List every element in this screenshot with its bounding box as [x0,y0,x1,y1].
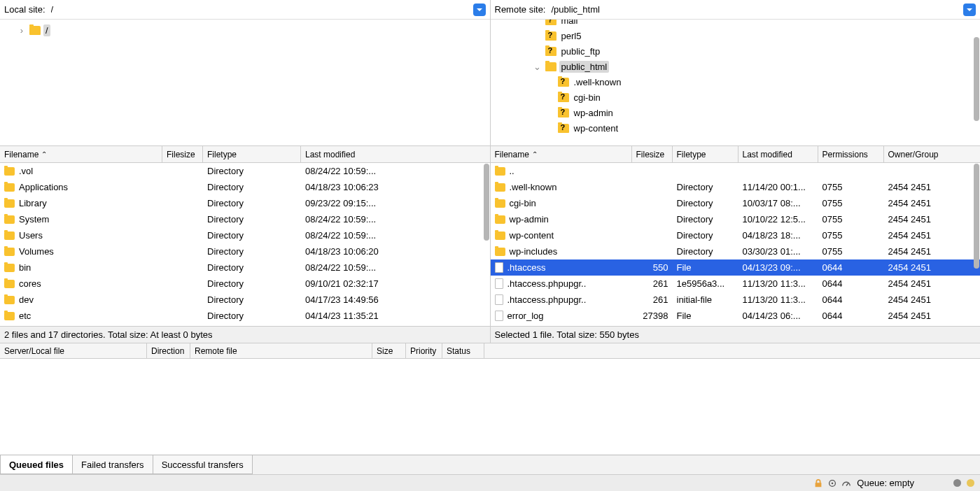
file-row[interactable]: ApplicationsDirectory04/18/23 10:06:23 [0,179,490,195]
file-modified: 04/18/23 10:06:23 [301,182,483,192]
file-row[interactable]: SystemDirectory08/24/22 10:59:... [0,211,490,227]
speed-icon[interactable] [841,478,851,488]
column-header[interactable]: Filesize [632,146,673,162]
remote-site-dropdown[interactable] [963,3,976,16]
tree-item[interactable]: mail [491,20,981,28]
local-file-list[interactable]: .volDirectory08/24/22 10:59:...Applicati… [0,163,490,326]
column-header[interactable]: Permissions [818,146,884,162]
queue-body[interactable] [0,359,980,455]
file-row[interactable]: wp-includesDirectory03/30/23 01:...07552… [491,243,981,259]
file-owner: 2454 2451 [884,230,954,241]
remote-tree-scrollbar[interactable] [973,37,979,128]
file-permissions: 0755 [818,214,884,225]
file-row[interactable]: UsersDirectory08/24/22 10:59:... [0,227,490,243]
file-row[interactable]: wp-contentDirectory04/18/23 18:...075524… [491,227,981,243]
file-row[interactable]: .htaccess.phpupgr..261initial-file11/13/… [491,292,981,308]
column-header[interactable]: Filetype [203,146,301,162]
file-row[interactable]: .well-knownDirectory11/14/20 00:1...0755… [491,179,981,195]
file-row[interactable]: devDirectory04/17/23 14:49:56 [0,292,490,308]
file-type: 1e5956a3... [673,278,738,289]
file-modified: 10/03/17 08:... [738,198,818,208]
tree-item[interactable]: public_ftp [491,43,981,59]
file-name: bin [19,262,31,273]
file-name: wp-admin [510,214,549,225]
remote-tree[interactable]: mailperl5public_ftp⌄public_html.well-kno… [491,20,981,145]
file-permissions: 0755 [818,182,884,192]
file-row[interactable]: error_log27398File04/14/23 06:...0644245… [491,308,981,324]
tree-arrow-icon[interactable]: ⌄ [533,62,542,72]
file-row[interactable]: .htaccess.phpupgr..2611e5956a3...11/13/2… [491,276,981,292]
queue-header[interactable]: Server/Local fileDirectionRemote fileSiz… [0,343,980,359]
file-row[interactable]: etcDirectory04/14/23 11:35:21 [0,308,490,324]
tree-item[interactable]: cgi-bin [491,90,981,105]
file-row[interactable]: cgi-binDirectory10/03/17 08:...07552454 … [491,195,981,211]
file-type: Directory [673,214,738,225]
local-tree[interactable]: ›/ [0,20,490,145]
file-type: Directory [203,198,301,208]
remote-file-scrollbar[interactable] [973,164,979,325]
file-icon [495,278,503,289]
file-owner: 2454 2451 [884,214,954,225]
folder-icon [495,183,505,192]
remote-file-list[interactable]: ...well-knownDirectory11/14/20 00:1...07… [491,163,981,326]
file-row[interactable]: .. [491,163,981,179]
file-row[interactable]: LibraryDirectory09/23/22 09:15:... [0,195,490,211]
remote-site-input[interactable] [548,3,963,16]
tree-item[interactable]: wp-admin [491,105,981,120]
folder-unknown-icon [558,124,569,133]
file-owner: 2454 2451 [884,198,954,208]
file-type: Directory [673,182,738,192]
column-header[interactable]: Direction [147,343,190,358]
column-header[interactable]: Server/Local file [0,343,147,358]
gear-icon[interactable] [827,478,837,488]
file-modified: 09/10/21 02:32:17 [301,278,483,289]
folder-unknown-icon [545,31,556,41]
column-header[interactable]: Filesize [162,146,203,162]
column-header[interactable]: Priority [406,343,442,358]
file-type: Directory [673,230,738,241]
file-row[interactable]: wp-adminDirectory10/10/22 12:5...0755245… [491,211,981,227]
column-header[interactable]: Filetype [673,146,738,162]
remote-pane: Remote site: mailperl5public_ftp⌄public_… [491,0,981,145]
file-row[interactable]: .volDirectory08/24/22 10:59:... [0,163,490,179]
column-header[interactable]: Filename⌃ [0,146,162,162]
column-header[interactable]: Filename⌃ [491,146,632,162]
folder-icon [4,232,15,240]
column-header[interactable]: Owner/Group [884,146,954,162]
folder-icon [545,62,556,71]
column-header[interactable]: Last modified [738,146,818,162]
local-site-input[interactable] [48,3,473,16]
tree-arrow-icon[interactable]: › [17,25,27,36]
file-type: Directory [203,262,301,273]
file-name: .vol [19,166,33,176]
file-modified: 09/23/22 09:15:... [301,198,483,208]
local-file-header[interactable]: Filename⌃FilesizeFiletypeLast modified [0,146,490,163]
tree-item[interactable]: .well-known [491,74,981,90]
tree-item[interactable]: perl5 [491,28,981,43]
tree-item-label: public_ftp [559,45,603,57]
tree-item-label: public_html [559,61,610,73]
file-icon [495,311,503,321]
file-name: dev [19,294,34,305]
remote-file-header[interactable]: Filename⌃FilesizeFiletypeLast modifiedPe… [491,146,981,163]
file-row[interactable]: binDirectory08/24/22 10:59:... [0,259,490,276]
queue-tab[interactable]: Failed transfers [72,455,153,474]
file-row[interactable]: VolumesDirectory04/18/23 10:06:20 [0,243,490,259]
bottom-status-bar: Queue: empty [0,474,980,491]
file-permissions: 0755 [818,230,884,241]
file-modified: 03/30/23 01:... [738,246,818,257]
file-name: etc [19,311,31,321]
tree-item[interactable]: ⌄public_html [491,59,981,74]
local-site-dropdown[interactable] [473,3,486,16]
local-file-scrollbar[interactable] [483,164,489,325]
column-header[interactable]: Status [442,343,484,358]
queue-tab[interactable]: Queued files [0,455,73,474]
tree-item[interactable]: wp-content [491,120,981,136]
column-header[interactable]: Remote file [190,343,372,358]
file-row[interactable]: .htaccess550File04/13/23 09:...06442454 … [491,259,981,276]
queue-tab[interactable]: Successful transfers [153,455,253,474]
file-row[interactable]: coresDirectory09/10/21 02:32:17 [0,276,490,292]
column-header[interactable]: Last modified [301,146,483,162]
column-header[interactable]: Size [372,343,406,358]
tree-item[interactable]: ›/ [0,22,490,38]
